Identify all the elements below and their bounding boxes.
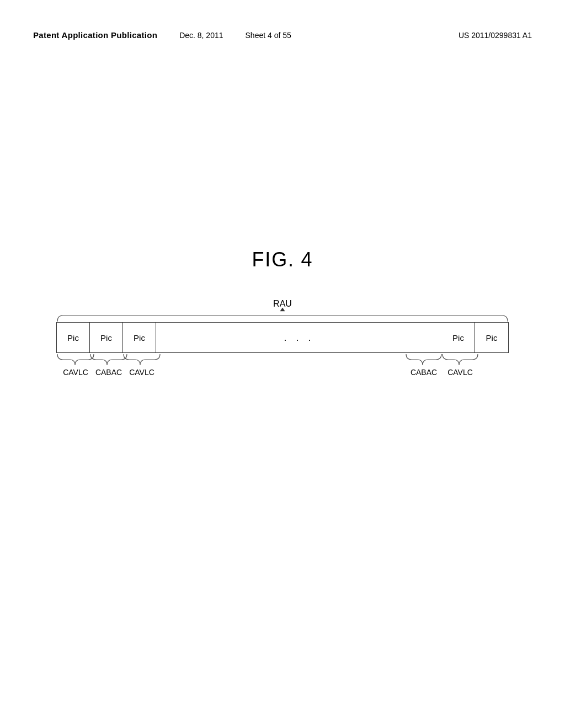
- rau-brace-top: [56, 314, 509, 322]
- pic-cell-5: Pic: [475, 323, 508, 352]
- svg-text:CAVLC: CAVLC: [63, 368, 88, 377]
- pic-cell-3: Pic: [123, 323, 156, 352]
- pic-cell-1: Pic: [57, 323, 90, 352]
- rau-box: Pic Pic Pic . . . Pic Pic: [56, 322, 509, 353]
- diagram: RAU Pic Pic Pic . . . Pic: [33, 298, 532, 386]
- sheet-info: Sheet 4 of 55: [246, 31, 291, 40]
- svg-text:CAVLC: CAVLC: [447, 368, 473, 377]
- publication-date: Dec. 8, 2011: [179, 31, 223, 40]
- dots-cell: . . .: [156, 323, 442, 352]
- bottom-braces-svg: CAVLC CABAC CAVLC CABAC CAVLC: [56, 353, 509, 386]
- figure-title: FIG. 4: [0, 248, 565, 271]
- page: Patent Application Publication Dec. 8, 2…: [0, 0, 565, 728]
- header: Patent Application Publication Dec. 8, 2…: [33, 30, 532, 40]
- patent-number: US 2011/0299831 A1: [459, 31, 532, 40]
- svg-text:CABAC: CABAC: [411, 368, 437, 377]
- rau-label-svg: RAU: [56, 298, 509, 314]
- publication-title: Patent Application Publication: [33, 30, 157, 40]
- pic-cell-4: Pic: [442, 323, 475, 352]
- svg-text:RAU: RAU: [273, 299, 292, 308]
- svg-text:CABAC: CABAC: [95, 368, 122, 377]
- svg-text:CAVLC: CAVLC: [129, 368, 154, 377]
- pic-cell-2: Pic: [90, 323, 123, 352]
